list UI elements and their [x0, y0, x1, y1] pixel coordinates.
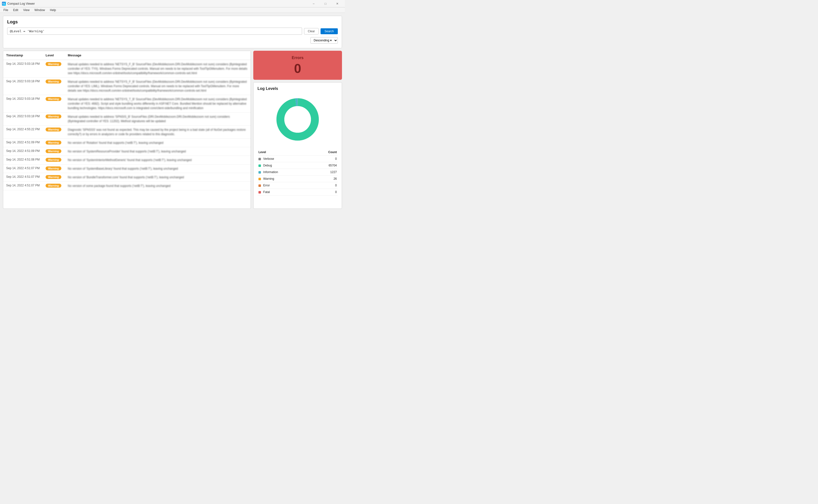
level-count-cell: 65704 [311, 162, 338, 169]
cell-level: Warning [43, 173, 65, 182]
cell-message: Manual updates needed to address 'NETSYS… [65, 95, 250, 113]
level-name: Error [263, 184, 270, 187]
menu-file[interactable]: File [1, 8, 11, 12]
cell-message: No version of some package found that su… [65, 182, 250, 190]
level-badge: Warning [46, 62, 61, 66]
cell-message: Manual updates needed to address 'NETSYS… [65, 60, 250, 78]
table-row: Sep 14, 2022 4:51:09 PM Warning No versi… [3, 147, 250, 156]
cell-level: Warning [43, 113, 65, 126]
cell-level: Warning [43, 139, 65, 147]
level-row: Information 1227 [257, 169, 338, 176]
search-input[interactable] [7, 28, 302, 35]
level-count-cell: 1227 [311, 169, 338, 176]
level-row: Fatal 0 [257, 189, 338, 195]
close-button[interactable]: ✕ [331, 0, 343, 7]
title-bar-left: CL Compact Log Viewer [2, 2, 35, 6]
cell-timestamp: Sep 14, 2022 5:03:18 PM [3, 78, 43, 95]
level-badge: Warning [46, 114, 61, 118]
sort-row: Descending ▾ Ascending ▾ [7, 37, 338, 44]
cell-timestamp: Sep 14, 2022 5:03:18 PM [3, 113, 43, 126]
cell-timestamp: Sep 14, 2022 4:51:07 PM [3, 173, 43, 182]
cell-timestamp: Sep 14, 2022 5:03:18 PM [3, 60, 43, 78]
level-name: Fatal [263, 190, 270, 194]
level-row: Warning 26 [257, 176, 338, 182]
level-name-cell: Fatal [257, 189, 311, 195]
cell-timestamp: Sep 14, 2022 4:51:08 PM [3, 156, 43, 164]
menu-view[interactable]: View [21, 8, 32, 12]
level-dot [258, 184, 261, 187]
level-dot [258, 171, 261, 174]
cell-level: Warning [43, 164, 65, 173]
level-table: Level Count Verbose 0 Debug 65704 [257, 149, 338, 195]
level-table-body: Verbose 0 Debug 65704 Information 1227 W… [257, 156, 338, 195]
donut-center [284, 106, 311, 133]
title-bar-controls: – □ ✕ [308, 0, 343, 7]
cell-level: Warning [43, 95, 65, 113]
level-badge: Warning [46, 97, 61, 101]
cell-level: Warning [43, 147, 65, 156]
level-col-name: Level [257, 149, 311, 156]
cell-message: Manual updates needed to address 'NETSYS… [65, 78, 250, 95]
level-name-cell: Warning [257, 176, 311, 182]
cell-message: Manual updates needed to address 'SPNSIS… [65, 113, 250, 126]
level-badge: Warning [46, 158, 61, 162]
menu-window[interactable]: Window [32, 8, 48, 12]
level-badge: Warning [46, 175, 61, 179]
clear-button[interactable]: Clear [304, 28, 318, 34]
cell-message: No version of 'Rotation' found that supp… [65, 139, 250, 147]
logs-section: Logs Clear Search Descending ▾ Ascending… [3, 16, 342, 48]
level-name-cell: Debug [257, 162, 311, 169]
title-bar: CL Compact Log Viewer – □ ✕ [0, 0, 345, 7]
level-dot [258, 158, 261, 160]
level-name: Verbose [263, 157, 274, 161]
cell-timestamp: Sep 14, 2022 4:51:09 PM [3, 147, 43, 156]
level-badge: Warning [46, 128, 61, 131]
logs-title: Logs [7, 19, 338, 25]
table-row: Sep 14, 2022 4:51:07 PM Warning No versi… [3, 182, 250, 190]
cell-message: No version of 'SystemBaseLibrary' found … [65, 164, 250, 173]
table-row: Sep 14, 2022 4:51:08 PM Warning No versi… [3, 156, 250, 164]
log-table: Timestamp Level Message Sep 14, 2022 5:0… [3, 51, 250, 190]
errors-card-title: Errors [258, 56, 337, 60]
errors-card-count: 0 [258, 62, 337, 75]
main-content: Logs Clear Search Descending ▾ Ascending… [0, 13, 345, 212]
level-dot [258, 191, 261, 194]
minimize-button[interactable]: – [308, 0, 319, 7]
level-count-cell: 26 [311, 176, 338, 182]
level-table-header: Level Count [257, 149, 338, 156]
level-badge: Warning [46, 141, 61, 145]
table-row: Sep 14, 2022 4:51:07 PM Warning No versi… [3, 173, 250, 182]
level-row: Error 0 [257, 182, 338, 189]
maximize-button[interactable]: □ [320, 0, 331, 7]
level-col-count: Count [311, 149, 338, 156]
level-row: Debug 65704 [257, 162, 338, 169]
cell-level: Warning [43, 78, 65, 95]
cell-timestamp: Sep 14, 2022 4:51:07 PM [3, 164, 43, 173]
cell-level: Warning [43, 156, 65, 164]
log-table-container[interactable]: Timestamp Level Message Sep 14, 2022 5:0… [3, 51, 251, 209]
cell-timestamp: Sep 14, 2022 5:03:18 PM [3, 95, 43, 113]
cell-message: Diagnostic 'SPNSSS' was not found as exp… [65, 126, 250, 139]
errors-card: Errors 0 [253, 51, 342, 80]
table-row: Sep 14, 2022 5:03:18 PM Warning Manual u… [3, 60, 250, 78]
level-name: Debug [263, 164, 272, 167]
level-badge: Warning [46, 149, 61, 153]
level-dot [258, 178, 261, 180]
cell-message: No version of 'SystemResourceProvider' f… [65, 147, 250, 156]
table-row: Sep 14, 2022 5:03:18 PM Warning Manual u… [3, 95, 250, 113]
log-levels-card: Log Levels Level Count [253, 82, 342, 209]
level-badge: Warning [46, 166, 61, 170]
table-row: Sep 14, 2022 5:03:18 PM Warning Manual u… [3, 78, 250, 95]
cell-level: Warning [43, 60, 65, 78]
cell-level: Warning [43, 182, 65, 190]
level-badge: Warning [46, 80, 61, 83]
cell-message: No version of 'SystemInteriorMethodGener… [65, 156, 250, 164]
menu-edit[interactable]: Edit [11, 8, 21, 12]
search-button[interactable]: Search [320, 28, 338, 34]
col-timestamp: Timestamp [3, 51, 43, 60]
sort-select[interactable]: Descending ▾ Ascending ▾ [310, 37, 338, 44]
app-icon: CL [2, 2, 6, 6]
level-row: Verbose 0 [257, 156, 338, 162]
cell-timestamp: Sep 14, 2022 4:51:09 PM [3, 139, 43, 147]
menu-help[interactable]: Help [48, 8, 59, 12]
